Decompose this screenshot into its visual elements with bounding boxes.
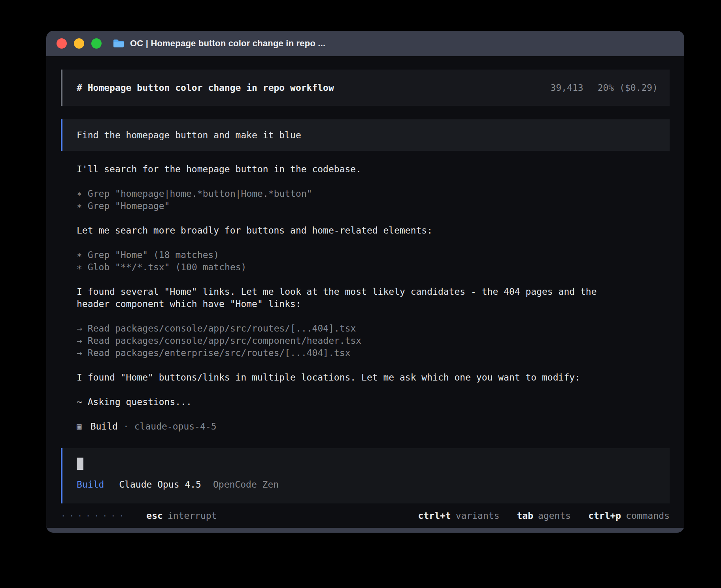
shortcut-label: commands	[626, 510, 670, 522]
window-title: OC | Homepage button color change in rep…	[130, 38, 325, 49]
tool-call-text: Read packages/console/app/src/component/…	[88, 335, 361, 347]
input-meta: Build Claude Opus 4.5 OpenCode Zen	[77, 479, 670, 491]
esc-key-hint: esc	[146, 510, 163, 522]
user-message: Find the homepage button and make it blu…	[61, 119, 670, 151]
arrow-right-icon: →	[77, 322, 82, 335]
minimize-button[interactable]	[74, 38, 84, 49]
tool-call-read: → Read packages/enterprise/src/routes/[.…	[77, 347, 670, 359]
terminal-window: OC | Homepage button color change in rep…	[46, 31, 684, 533]
traffic-lights	[57, 38, 102, 49]
assistant-paragraph: I found several "Home" links. Let me loo…	[77, 286, 670, 310]
agent-icon: ▣	[77, 420, 82, 433]
tool-call-group: ∗ Grep "homepage|home.*button|Home.*butt…	[77, 188, 670, 212]
provider-label: OpenCode Zen	[213, 479, 279, 491]
model-label[interactable]: Claude Opus 4.5	[119, 479, 201, 491]
zoom-button[interactable]	[91, 38, 102, 49]
tool-call-grep: ∗ Grep "Homepage"	[77, 200, 670, 212]
agent-model: claude-opus-4-5	[134, 420, 217, 433]
window-titlebar[interactable]: OC | Homepage button color change in rep…	[46, 31, 684, 56]
spinner-dots: ········	[61, 510, 127, 522]
context-usage: 20% ($0.29)	[598, 82, 658, 94]
close-button[interactable]	[57, 38, 67, 49]
shortcut-label: variants	[456, 510, 500, 522]
asterisk-icon: ∗	[77, 200, 82, 212]
assistant-paragraph: Let me search more broadly for buttons a…	[77, 224, 670, 237]
tool-call-read: → Read packages/console/app/src/componen…	[77, 335, 670, 347]
text-cursor	[77, 458, 83, 470]
shortcut-label: agents	[538, 510, 571, 522]
tool-call-group: → Read packages/console/app/src/routes/[…	[77, 322, 670, 359]
tool-call-text: Grep "Home" (18 matches)	[88, 249, 219, 261]
shortcut-variants: ctrl+t variants	[418, 510, 500, 522]
arrow-right-icon: →	[77, 335, 82, 347]
asterisk-icon: ∗	[77, 249, 82, 261]
tool-call-text: Grep "homepage|home.*button|Home.*button…	[88, 188, 312, 200]
agent-badge: ▣ Build · claude-opus-4-5	[77, 420, 670, 433]
separator-dot: ·	[123, 420, 129, 433]
token-count: 39,413	[551, 82, 583, 94]
tool-call-text: Read packages/console/app/src/routes/[..…	[88, 322, 356, 335]
shortcut-commands: ctrl+p commands	[588, 510, 670, 522]
user-message-text: Find the homepage button and make it blu…	[77, 129, 301, 141]
shortcut-key: ctrl+t	[418, 510, 451, 522]
desktop: OC | Homepage button color change in rep…	[0, 0, 721, 588]
shortcut-agents: tab agents	[517, 510, 571, 522]
tool-call-grep: ∗ Grep "homepage|home.*button|Home.*butt…	[77, 188, 670, 200]
arrow-right-icon: →	[77, 347, 82, 359]
prompt-input[interactable]: Build Claude Opus 4.5 OpenCode Zen	[61, 448, 670, 503]
asterisk-icon: ∗	[77, 261, 82, 273]
status-bar-right: ctrl+t variants tab agents ctrl+p comman…	[418, 510, 670, 522]
assistant-transcript: I'll search for the homepage button in t…	[61, 151, 670, 433]
assistant-paragraph: I'll search for the homepage button in t…	[77, 163, 670, 175]
tool-call-text: Read packages/enterprise/src/routes/[...…	[88, 347, 351, 359]
shortcut-key: tab	[517, 510, 533, 522]
asterisk-icon: ∗	[77, 188, 82, 200]
tool-call-glob: ∗ Glob "**/*.tsx" (100 matches)	[77, 261, 670, 273]
folder-icon	[113, 39, 125, 48]
mode-label[interactable]: Build	[77, 479, 104, 491]
session-header: # Homepage button color change in repo w…	[61, 70, 670, 106]
terminal-content: # Homepage button color change in repo w…	[46, 56, 684, 528]
tool-call-read: → Read packages/console/app/src/routes/[…	[77, 322, 670, 335]
assistant-paragraph: I found "Home" buttons/links in multiple…	[77, 371, 670, 384]
session-stats: 39,413 20% ($0.29)	[551, 82, 658, 94]
esc-key-action: interrupt	[168, 510, 217, 522]
status-line: ~ Asking questions...	[77, 396, 670, 408]
tool-call-group: ∗ Grep "Home" (18 matches) ∗ Glob "**/*.…	[77, 249, 670, 273]
shortcut-key: ctrl+p	[588, 510, 621, 522]
session-title: # Homepage button color change in repo w…	[77, 82, 334, 94]
status-bar: ········ esc interrupt ctrl+t variants t…	[61, 503, 670, 528]
tool-call-text: Grep "Homepage"	[88, 200, 170, 212]
status-bar-left: ········ esc interrupt	[61, 510, 217, 522]
tool-call-grep: ∗ Grep "Home" (18 matches)	[77, 249, 670, 261]
agent-name: Build	[91, 420, 118, 433]
tool-call-text: Glob "**/*.tsx" (100 matches)	[88, 261, 247, 273]
